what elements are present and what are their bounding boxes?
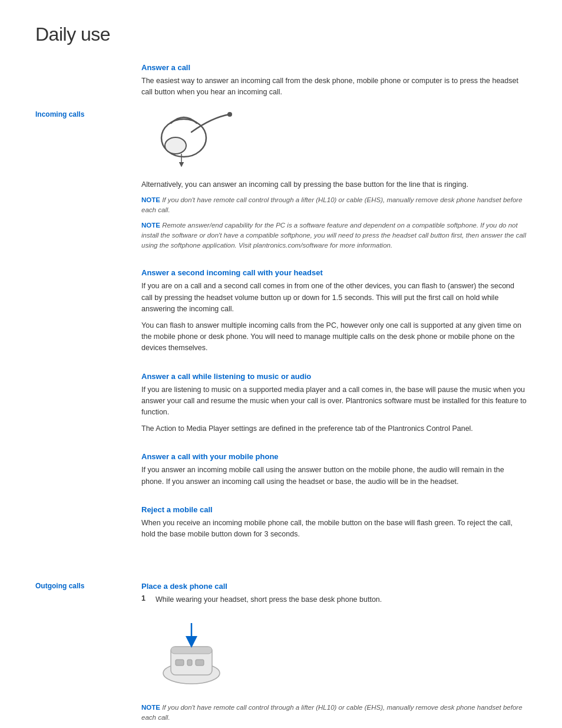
step1-text: While wearing your headset, short press … bbox=[156, 594, 382, 605]
reject-mobile-title: Reject a mobile call bbox=[141, 505, 527, 514]
answer-second-text1: If you are on a call and a second call c… bbox=[141, 281, 527, 315]
incoming-calls-label: Incoming calls bbox=[35, 110, 130, 118]
svg-rect-9 bbox=[196, 660, 204, 666]
place-desk-section: Place a desk phone call 1 While wearing … bbox=[141, 582, 527, 723]
svg-rect-8 bbox=[187, 660, 192, 666]
answer-mobile-text1: If you answer an incoming mobile call us… bbox=[141, 465, 527, 487]
page: Daily use Incoming calls Answer a call T… bbox=[0, 0, 562, 728]
answer-call-title: Answer a call bbox=[141, 63, 527, 72]
headset-illustration bbox=[141, 106, 527, 172]
answer-call-text2: Alternatively, you can answer an incomin… bbox=[141, 179, 527, 190]
answer-music-text2: The Action to Media Player settings are … bbox=[141, 423, 527, 434]
outgoing-calls-area: Outgoing calls Place a desk phone call 1… bbox=[35, 582, 527, 728]
answer-call-text1: The easiest way to answer an incoming ca… bbox=[141, 75, 527, 98]
outgoing-calls-sidebar: Outgoing calls bbox=[35, 582, 130, 728]
base-illustration bbox=[153, 617, 527, 696]
answer-second-text2: You can flash to answer multiple incomin… bbox=[141, 320, 527, 354]
outgoing-calls-label: Outgoing calls bbox=[35, 582, 130, 590]
answer-music-section: Answer a call while listening to music o… bbox=[141, 372, 527, 435]
page-title: Daily use bbox=[35, 24, 527, 45]
outgoing-calls-content: Place a desk phone call 1 While wearing … bbox=[130, 582, 527, 728]
answer-second-section: Answer a second incoming call with your … bbox=[141, 268, 527, 354]
answer-mobile-section: Answer a call with your mobile phone If … bbox=[141, 452, 527, 487]
incoming-calls-content: Answer a call The easiest way to answer … bbox=[130, 63, 527, 558]
answer-mobile-title: Answer a call with your mobile phone bbox=[141, 452, 527, 461]
answer-music-title: Answer a call while listening to music o… bbox=[141, 372, 527, 381]
svg-point-2 bbox=[227, 112, 232, 117]
reject-mobile-section: Reject a mobile call When you receive an… bbox=[141, 505, 527, 541]
answer-call-note1: NOTE If you don't have remote call contr… bbox=[141, 195, 527, 216]
answer-call-section: Answer a call The easiest way to answer … bbox=[141, 63, 527, 251]
svg-point-1 bbox=[165, 137, 186, 154]
place-desk-note: NOTE If you don't have remote call contr… bbox=[141, 703, 527, 723]
incoming-calls-area: Incoming calls Answer a call The easiest… bbox=[35, 63, 527, 558]
reject-mobile-text1: When you receive an incoming mobile phon… bbox=[141, 518, 527, 541]
step1-item: 1 While wearing your headset, short pres… bbox=[141, 594, 527, 610]
incoming-calls-sidebar: Incoming calls bbox=[35, 63, 130, 558]
answer-call-note2: NOTE Remote answer/end capability for th… bbox=[141, 220, 527, 251]
step1-number: 1 bbox=[141, 594, 151, 610]
svg-rect-7 bbox=[176, 660, 184, 666]
svg-rect-6 bbox=[171, 647, 212, 654]
answer-music-text1: If you are listening to music on a suppo… bbox=[141, 384, 527, 419]
place-desk-title: Place a desk phone call bbox=[141, 582, 527, 591]
answer-second-title: Answer a second incoming call with your … bbox=[141, 268, 527, 277]
